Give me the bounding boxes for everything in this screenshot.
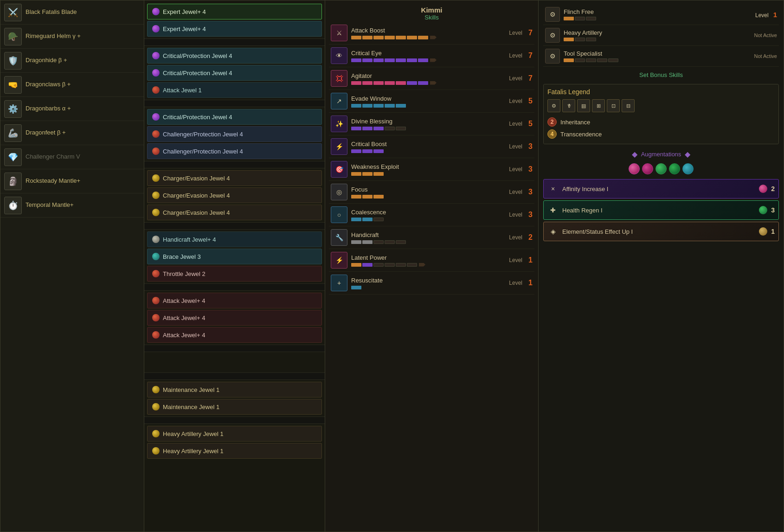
- jewel-item-0-1[interactable]: Expert Jewel+ 4: [147, 21, 322, 37]
- passive-bar-empty: [575, 17, 585, 20]
- jewel-name: Heavy Artillery Jewel 1: [163, 430, 224, 437]
- skill-icon-4: ✨: [331, 115, 347, 132]
- level-number: 1: [525, 256, 533, 264]
- passive-info-2: Tool Specialist: [564, 50, 750, 62]
- passive-name-2: Tool Specialist: [564, 50, 750, 57]
- jewel-item-8-0[interactable]: Heavy Artillery Jewel 1: [147, 426, 322, 442]
- jewel-item-2-2[interactable]: Challenger/Protection Jewel 4: [147, 143, 322, 159]
- jewel-item-1-2[interactable]: Attack Jewel 1: [147, 82, 322, 98]
- skill-row-2: 💢AgitatorLevel7: [329, 67, 534, 90]
- aug-name-1: Health Regen I: [562, 207, 755, 214]
- bar-filled: [351, 58, 361, 62]
- level-number: 7: [525, 74, 533, 83]
- aug-item-2: ◈Element/Status Effect Up I1: [543, 222, 779, 241]
- level-label: Level: [509, 30, 522, 36]
- skill-info-9: Handicraft: [351, 231, 505, 244]
- passive-name-1: Heavy Artillery: [564, 29, 750, 36]
- passive-bar-empty: [608, 58, 618, 62]
- passive-bar-empty: [575, 58, 585, 62]
- set-icon: 🗡: [562, 99, 575, 112]
- jewel-item-4-0[interactable]: Handicraft Jewel+ 4: [147, 231, 322, 247]
- aug-gem-0: [629, 163, 640, 174]
- jewel-item-3-1[interactable]: Charger/Evasion Jewel 4: [147, 187, 322, 203]
- jewel-item-0-0[interactable]: Expert Jewel+ 4: [147, 4, 322, 19]
- skill-info-4: Divine Blessing: [351, 118, 505, 130]
- bar-filled: [385, 81, 395, 85]
- jewel-empty-slot: [147, 354, 322, 371]
- skill-bars-4: [351, 127, 505, 130]
- bar-filled: [373, 149, 384, 153]
- jewel-item-2-1[interactable]: Challenger/Protection Jewel 4: [147, 126, 322, 142]
- jewel-gem-icon: [152, 8, 160, 15]
- skill-row-11: +ResuscitateLevel1: [329, 272, 534, 295]
- passive-info-1: Heavy Artillery: [564, 29, 750, 41]
- bar-filled: [362, 58, 373, 62]
- bar-filled: [396, 104, 406, 108]
- jewel-item-7-1[interactable]: Maintenance Jewel 1: [147, 399, 322, 415]
- jewel-item-8-1[interactable]: Heavy Artillery Jewel 1: [147, 443, 322, 459]
- jewel-item-2-0[interactable]: Critical/Protection Jewel 4: [147, 109, 322, 125]
- skill-level-6: Level3: [509, 165, 533, 173]
- passive-bars-2: [564, 58, 750, 62]
- jewel-item-3-0[interactable]: Charger/Evasion Jewel 4: [147, 170, 322, 186]
- skill-icon-9: 🔧: [331, 229, 347, 246]
- jewel-item-5-0[interactable]: Attack Jewel+ 4: [147, 293, 322, 308]
- skill-level-11: Level1: [509, 279, 533, 287]
- jewel-name: Charger/Evasion Jewel 4: [163, 209, 230, 216]
- bar-empty: [373, 263, 384, 267]
- passive-bar-filled: [564, 58, 574, 62]
- skill-bars-8: [351, 218, 505, 221]
- jewel-item-5-2[interactable]: Attack Jewel+ 4: [147, 327, 322, 343]
- set-bonus-items: 2Inheritance4Transcendence: [547, 116, 775, 140]
- set-icon: ▤: [577, 99, 590, 112]
- bar-filled: [407, 58, 417, 62]
- skill-icon-10: ⚡: [331, 252, 347, 269]
- passive-name-0: Flinch Free: [564, 8, 752, 15]
- jewel-name: Expert Jewel+ 4: [163, 8, 206, 15]
- skill-row-6: 🎯Weakness ExploitLevel3: [329, 158, 534, 181]
- aug-icon-1: ✚: [547, 205, 559, 216]
- jewel-name: Attack Jewel+ 4: [163, 332, 205, 339]
- jewel-panel: Expert Jewel+ 4Expert Jewel+ 4Critical/P…: [144, 0, 325, 532]
- bar-overflow-arrow: [419, 263, 425, 267]
- passive-row-2: ⚙Tool SpecialistNot Active: [543, 46, 779, 67]
- skill-name-1: Critical Eye: [351, 50, 505, 57]
- equip-name-legs: Dragonfeet β +: [26, 129, 66, 137]
- equip-name-mantle1: Rocksteady Mantle+: [26, 177, 80, 185]
- level-number: 3: [525, 165, 533, 173]
- bar-filled: [351, 149, 361, 153]
- jewel-item-1-1[interactable]: Critical/Protection Jewel 4: [147, 65, 322, 81]
- set-bonus-label: Transcendence: [560, 131, 602, 138]
- bar-filled: [351, 172, 361, 176]
- bar-empty: [373, 240, 384, 244]
- jewel-item-4-2[interactable]: Throttle Jewel 2: [147, 266, 322, 282]
- jewel-section-divider: [144, 222, 325, 230]
- bar-filled: [362, 218, 373, 221]
- skill-icon-1: 👁: [331, 47, 347, 64]
- set-bonus-label: Inheritance: [560, 119, 590, 126]
- equip-icon-chest: 🛡️: [4, 52, 22, 70]
- skill-row-3: ↗Evade WindowLevel5: [329, 90, 534, 113]
- jewel-name: Maintenance Jewel 1: [163, 386, 219, 393]
- skill-level-4: Level5: [509, 120, 533, 128]
- equip-name-waist: Dragonbarbs α +: [26, 105, 71, 113]
- skill-bars-7: [351, 195, 505, 199]
- skill-bars-10: [351, 263, 505, 267]
- aug-gems-row: [543, 160, 779, 177]
- bar-filled: [373, 58, 384, 62]
- level-label: Level: [509, 212, 522, 218]
- level-number: 1: [525, 279, 533, 287]
- bar-overflow-arrow: [430, 36, 437, 39]
- level-number: 7: [525, 29, 533, 37]
- level-label: Level: [509, 143, 522, 150]
- jewel-item-5-1[interactable]: Attack Jewel+ 4: [147, 310, 322, 326]
- skill-icon-0: ⚔: [331, 25, 347, 41]
- jewel-gem-icon: [152, 386, 160, 393]
- jewel-gem-icon: [152, 314, 160, 321]
- jewel-item-4-1[interactable]: Brace Jewel 3: [147, 249, 322, 264]
- set-bonus-item-0: 2Inheritance: [547, 116, 775, 128]
- jewel-item-1-0[interactable]: Critical/Protection Jewel 4: [147, 48, 322, 64]
- jewel-section-divider: [144, 372, 325, 380]
- jewel-item-3-2[interactable]: Charger/Evasion Jewel 4: [147, 205, 322, 220]
- jewel-item-7-0[interactable]: Maintenance Jewel 1: [147, 382, 322, 397]
